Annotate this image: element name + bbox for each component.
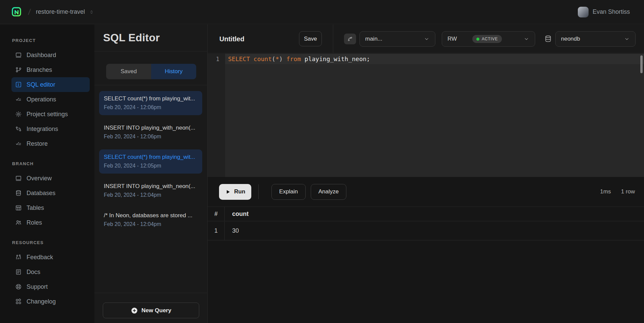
sidebar-item-roles[interactable]: Roles (11, 215, 90, 230)
query-title[interactable]: Untitled (219, 25, 244, 53)
divider (94, 85, 207, 85)
overview-icon (15, 175, 22, 182)
integrations-icon (15, 126, 22, 132)
branch-select[interactable]: main... (359, 31, 435, 47)
sidebar-section-project: PROJECT (12, 38, 94, 43)
actions-row: Run Explain Analyze 1ms 1 row (208, 177, 644, 207)
count-value-cell: 30 (225, 222, 239, 240)
changelog-icon (15, 298, 22, 305)
code-line-1: SELECT count(*) from playing_with_neon; (225, 54, 644, 64)
editor-gutter: 1 (208, 54, 225, 177)
history-list: SELECT count(*) from playing_wit... Feb … (99, 91, 202, 289)
sidebar-item-changelog[interactable]: Changelog (11, 294, 90, 309)
sql-editor-icon: Σ (15, 81, 22, 88)
editor-scrollbar-thumb[interactable] (640, 55, 643, 73)
sidebar-item-tables[interactable]: Tables (11, 200, 90, 215)
compute-status-badge: ACTIVE (472, 35, 502, 43)
database-icon (15, 190, 22, 196)
play-icon (225, 189, 231, 195)
neon-console: / restore-time-travel Evan Shortiss PROJ… (0, 0, 644, 323)
sidebar-item-dashboard[interactable]: Dashboard (11, 48, 90, 62)
project-switcher-chevrons-icon (89, 9, 94, 15)
history-item[interactable]: SELECT count(*) from playing_wit... Feb … (99, 91, 202, 115)
operations-checklist-icon (15, 96, 22, 103)
table-row: 1 30 (208, 222, 644, 240)
compute-select[interactable]: RW ACTIVE (442, 31, 535, 47)
line-number: 1 (208, 54, 225, 62)
query-panel: SQL Editor Saved History SELECT count(*)… (94, 25, 208, 323)
dashboard-icon (15, 52, 22, 58)
breadcrumb-separator: / (28, 7, 31, 17)
divider (333, 25, 333, 53)
save-button[interactable]: Save (299, 31, 322, 46)
neon-logo[interactable] (11, 7, 22, 17)
sql-keyword: from (286, 55, 304, 62)
results-table-header: # count (208, 207, 644, 221)
support-lifebuoy-icon (15, 283, 22, 290)
sidebar-item-overview[interactable]: Overview (11, 171, 90, 186)
analyze-button[interactable]: Analyze (311, 184, 346, 200)
sidebar-item-branches[interactable]: Branches (11, 62, 90, 77)
sidebar-section-resources: RESOURCES (12, 240, 94, 245)
sidebar-section-branch: BRANCH (12, 161, 94, 166)
active-status-dot (476, 38, 479, 41)
project-breadcrumb[interactable]: restore-time-travel (36, 8, 94, 15)
project-name: restore-time-travel (36, 8, 85, 15)
saved-history-tabs: Saved History (106, 64, 196, 79)
run-button[interactable]: Run (219, 184, 251, 200)
table-icon (15, 204, 22, 211)
sql-identifier: playing_with_neon; (305, 55, 370, 62)
svg-text:Σ: Σ (17, 83, 19, 87)
history-item[interactable]: /* In Neon, databases are stored ... Feb… (99, 208, 202, 232)
feedback-icon (15, 254, 22, 261)
row-index-cell: 1 (208, 222, 225, 240)
query-duration: 1ms (600, 188, 611, 195)
gear-icon (15, 111, 22, 118)
branch-compare-button[interactable] (344, 34, 356, 44)
chevron-down-icon (523, 36, 529, 42)
sidebar-item-operations[interactable]: Operations (11, 92, 90, 107)
sql-code-editor[interactable]: 1 SELECT count(*) from playing_with_neon… (208, 54, 644, 177)
result-row-count: 1 row (621, 188, 635, 195)
sql-keyword: SELECT (228, 55, 254, 62)
sidebar-item-project-settings[interactable]: Project settings (11, 107, 90, 122)
roles-users-icon (15, 219, 22, 226)
tab-history[interactable]: History (151, 64, 196, 79)
divider (258, 184, 259, 199)
topbar: / restore-time-travel Evan Shortiss (0, 0, 644, 24)
sidebar-item-feedback[interactable]: Feedback (11, 250, 90, 265)
sidebar-item-restore[interactable]: Restore (11, 136, 90, 151)
code-area[interactable]: SELECT count(*) from playing_with_neon; (225, 54, 644, 177)
explain-button[interactable]: Explain (271, 184, 306, 200)
page-title: SQL Editor (103, 32, 160, 44)
sidebar-item-support[interactable]: Support (11, 279, 90, 294)
column-header-count: count (225, 207, 249, 221)
history-item-selected[interactable]: SELECT count(*) from playing_wit... Feb … (99, 149, 202, 174)
divider (94, 293, 207, 293)
user-avatar (578, 7, 589, 17)
sql-function: count (254, 55, 272, 62)
database-select[interactable]: neondb (555, 31, 636, 47)
history-item[interactable]: INSERT INTO playing_with_neon(... Feb 20… (99, 179, 202, 203)
sidebar-item-docs[interactable]: Docs (11, 265, 90, 279)
database-icon (544, 35, 552, 44)
sidebar: PROJECT Dashboard Branches Σ SQL editor (0, 25, 94, 323)
restore-icon (15, 140, 22, 147)
editor-main: Untitled Save main... RW ACTIVE (208, 25, 644, 323)
plus-icon (131, 307, 138, 314)
sidebar-item-sql-editor[interactable]: Σ SQL editor (11, 77, 90, 92)
history-item[interactable]: INSERT INTO playing_with_neon(... Feb 20… (99, 120, 202, 144)
column-header-index: # (208, 207, 225, 221)
query-panel-header: SQL Editor (94, 25, 207, 51)
new-query-button[interactable]: New Query (103, 303, 199, 318)
chevron-down-icon (424, 36, 430, 42)
sidebar-item-integrations[interactable]: Integrations (11, 122, 90, 136)
git-branch-icon (15, 66, 22, 73)
user-menu[interactable]: Evan Shortiss (578, 7, 630, 17)
chevron-down-icon (624, 36, 630, 42)
editor-toolbar: Untitled Save main... RW ACTIVE (208, 25, 644, 53)
tab-saved[interactable]: Saved (106, 64, 151, 79)
sidebar-item-databases[interactable]: Databases (11, 186, 90, 200)
user-name: Evan Shortiss (593, 8, 630, 15)
docs-icon (15, 269, 22, 275)
